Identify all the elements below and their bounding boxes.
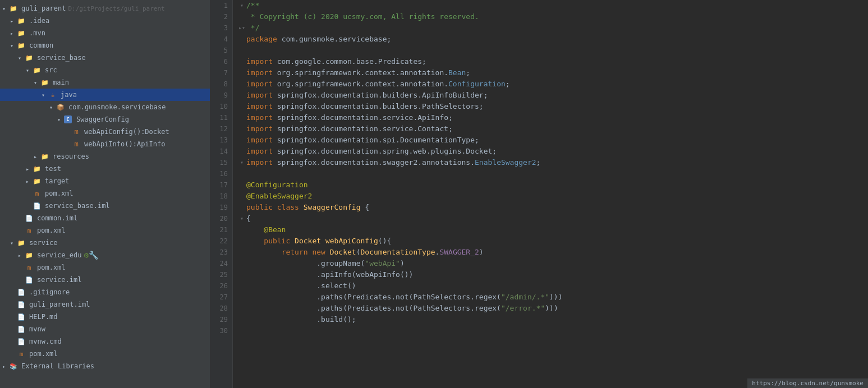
sidebar-item-target[interactable]: 📁 target — [0, 175, 210, 187]
line-num-5: 5 — [215, 45, 228, 56]
code-line-10: import springfox.documentation.builders.… — [237, 101, 868, 112]
code-line-21: @Bean — [237, 224, 868, 235]
sidebar-item-common[interactable]: 📁 common — [0, 39, 210, 52]
fold-1[interactable] — [237, 0, 246, 11]
common-iml-icon: 📄 — [25, 214, 34, 223]
code-line-14: import springfox.documentation.spring.we… — [237, 146, 868, 157]
common-arrow — [10, 43, 17, 49]
sidebar-item-pom-sb[interactable]: m pom.xml — [0, 187, 210, 200]
root-path: D:/gitProjects/guli_parent — [68, 5, 164, 12]
sidebar-item-mvnw-cmd[interactable]: 📄 mvnw.cmd — [0, 335, 210, 348]
line-num-22: 22 — [215, 235, 228, 247]
sb-iml-label: service_base.iml — [45, 202, 110, 210]
tree-root[interactable]: 📁 guli_parent D:/gitProjects/guli_parent — [0, 2, 210, 15]
sidebar-item-mvnw[interactable]: 📄 mvnw — [0, 323, 210, 335]
line-num-30: 30 — [215, 325, 228, 336]
fold-3[interactable]: ▾ — [237, 22, 246, 34]
line-num-13: 13 — [215, 135, 228, 146]
file-tree[interactable]: 📁 guli_parent D:/gitProjects/guli_parent… — [0, 0, 210, 388]
java-icon: ☕ — [48, 90, 57, 99]
test-icon: 📁 — [33, 164, 42, 173]
line-num-21: 21 — [215, 224, 228, 235]
sidebar-item-service[interactable]: 📁 service — [0, 237, 210, 249]
sidebar-item-ext-lib[interactable]: 📚 External Libraries — [0, 360, 210, 372]
code-line-5 — [237, 45, 868, 56]
target-arrow — [26, 178, 33, 184]
code-line-6: import com.google.common.base.Predicates… — [237, 56, 868, 67]
code-line-9: import springfox.documentation.builders.… — [237, 90, 868, 101]
sidebar-item-main[interactable]: 📁 main — [0, 76, 210, 89]
code-line-25: .apiInfo(webApiInfo()) — [237, 269, 868, 280]
pom-root-label: pom.xml — [29, 350, 58, 358]
code-line-20: ▾ { — [237, 213, 868, 224]
package-icon: 📦 — [56, 103, 65, 112]
code-line-29: .build(); — [237, 314, 868, 325]
sidebar-item-idea[interactable]: 📁 .idea — [0, 15, 210, 27]
code-line-12: import springfox.documentation.service.C… — [237, 123, 868, 135]
web-api-config-label: webApiConfig():Docket — [84, 128, 169, 136]
ext-lib-label: External Libraries — [21, 362, 94, 370]
src-label: src — [45, 66, 57, 74]
pkg-arrow — [49, 104, 56, 110]
mvn-arrow — [10, 30, 17, 36]
code-area[interactable]: /** * Copyright (c) 2020 ucsmy.com, All … — [233, 0, 868, 388]
sidebar-item-web-api-info[interactable]: m webApiInfo():ApiInfo — [0, 138, 210, 150]
root-label: guli_parent — [21, 4, 66, 12]
sidebar-item-service-iml[interactable]: 📄 service.iml — [0, 274, 210, 286]
sidebar-item-src[interactable]: 📁 src — [0, 64, 210, 76]
sidebar-item-test[interactable]: 📁 test — [0, 163, 210, 175]
code-line-13: import springfox.documentation.spi.Docum… — [237, 135, 868, 146]
line-num-14: 14 — [215, 146, 228, 157]
service-iml-label: service.iml — [37, 276, 81, 284]
sidebar-item-help-md[interactable]: 📄 HELP.md — [0, 311, 210, 323]
line-num-7: 7 — [215, 67, 228, 78]
method-icon-1: m — [72, 127, 81, 136]
fold-15[interactable]: ▾ — [237, 157, 246, 168]
line-num-19: 19 — [215, 202, 228, 213]
method-icon-2: m — [72, 140, 81, 149]
idea-label: .idea — [29, 17, 49, 25]
sidebar-item-web-api-config[interactable]: m webApiConfig():Docket — [0, 126, 210, 138]
editor-content[interactable]: 1 2 3 4 5 6 7 8 9 10 11 12 13 14 15 16 1… — [210, 0, 868, 388]
line-num-24: 24 — [215, 258, 228, 269]
sidebar-item-mvn[interactable]: 📁 .mvn — [0, 27, 210, 39]
sidebar-item-gitignore[interactable]: 📄 .gitignore — [0, 286, 210, 298]
ext-lib-arrow — [2, 363, 9, 369]
line-num-28: 28 — [215, 303, 228, 314]
web-api-info-label: webApiInfo():ApiInfo — [84, 140, 166, 148]
sidebar-item-service-base-iml[interactable]: 📄 service_base.iml — [0, 200, 210, 212]
sidebar-item-common-iml[interactable]: 📄 common.iml — [0, 212, 210, 224]
test-arrow — [26, 166, 33, 172]
service-base-arrow — [18, 55, 25, 61]
line-num-18: 18 — [215, 191, 228, 202]
sidebar-item-swagger-config[interactable]: C SwaggerConfig — [0, 113, 210, 126]
sidebar-item-resources[interactable]: 📁 resources — [0, 150, 210, 163]
sidebar-item-pom-svc[interactable]: m pom.xml — [0, 261, 210, 274]
sidebar-item-pom-root[interactable]: m pom.xml — [0, 348, 210, 360]
src-icon: 📁 — [33, 66, 42, 75]
pom-common-label: pom.xml — [37, 227, 66, 234]
common-folder-icon: 📁 — [17, 41, 26, 50]
pom-sb-label: pom.xml — [45, 190, 74, 197]
line-num-10: 10 — [215, 101, 228, 112]
sidebar-item-guli-parent-iml[interactable]: 📄 guli_parent.iml — [0, 298, 210, 311]
sidebar-item-java[interactable]: ☕ java — [0, 89, 210, 101]
sidebar-item-service-base[interactable]: 📁 service_base — [0, 52, 210, 64]
code-line-4: package com.gunsmoke.servicebase; — [237, 34, 868, 45]
sidebar-item-service-edu[interactable]: 📁 service_edu ⚙🔧 — [0, 249, 210, 261]
code-line-2: * Copyright (c) 2020 ucsmy.com, All righ… — [237, 11, 868, 22]
line-num-1: 1 — [215, 0, 228, 11]
fold-20[interactable]: ▾ — [237, 213, 246, 224]
mvnw-cmd-label: mvnw.cmd — [29, 338, 62, 345]
pom-common-icon: m — [25, 226, 34, 235]
sidebar-item-pom-common[interactable]: m pom.xml — [0, 224, 210, 237]
line-numbers: 1 2 3 4 5 6 7 8 9 10 11 12 13 14 15 16 1… — [210, 0, 233, 388]
line-num-15: 15 — [215, 157, 228, 168]
service-arrow — [10, 240, 17, 246]
code-line-30 — [237, 325, 868, 336]
code-line-15: ▾ import springfox.documentation.swagger… — [237, 157, 868, 168]
line-num-20: 20 — [215, 213, 228, 224]
mvn-folder-icon: 📁 — [17, 29, 26, 38]
sidebar-item-package[interactable]: 📦 com.gunsmoke.servicebase — [0, 101, 210, 113]
guli-iml-icon: 📄 — [17, 300, 26, 309]
